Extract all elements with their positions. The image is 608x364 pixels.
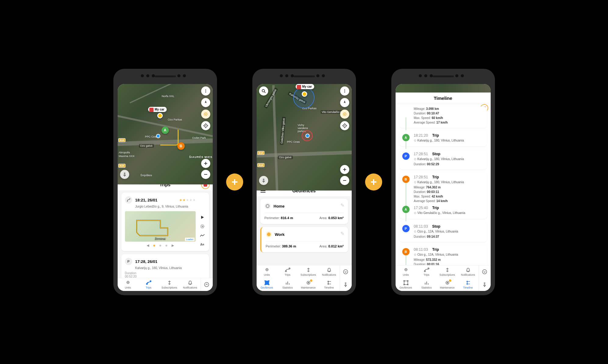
marker-a[interactable]: A	[162, 127, 169, 134]
geofence-card-active[interactable]: Work ✎ Perimeter: 389.36 mArea: 0.012 km…	[260, 227, 348, 252]
highway-badge: A14	[118, 138, 126, 142]
geofence-card[interactable]: Home ✎ Perimeter: 816.4 mArea: 0.053 km²	[260, 199, 348, 224]
collapse-icon[interactable]	[478, 265, 491, 278]
event-time: 08:11:03	[414, 247, 428, 252]
map-view[interactable]: Norfa XXL Ozo Parkas PPC Ozas Outlet Par…	[118, 84, 213, 184]
svg-point-53	[268, 284, 269, 285]
panel-title: Trips	[160, 184, 171, 187]
more-icon[interactable]	[201, 86, 210, 96]
timeline-card[interactable]: P 17:28:51Stop Kalvarijų g., 180, Vilniu…	[399, 149, 487, 170]
geofence-name: Work	[275, 232, 285, 237]
rating-stars[interactable]: ★★★★★	[179, 198, 196, 202]
event-address: Ozo g., 12A, Vilnius, Lithuania	[414, 230, 483, 233]
edit-icon[interactable]: ✎	[340, 202, 344, 208]
nav-maintenance[interactable]: Maintenance	[437, 278, 458, 291]
map-poi: Outlet Park	[192, 136, 206, 139]
collapse-icon[interactable]	[340, 265, 352, 278]
zoom-out-icon[interactable]	[340, 176, 349, 185]
svg-point-58	[308, 282, 309, 283]
trip-card[interactable]: 18:21, 26/01 ★★★★★ Jurgio Lebedžio g., 9…	[121, 193, 209, 251]
locate-icon[interactable]	[340, 121, 349, 130]
locate-icon[interactable]	[201, 121, 210, 130]
nav-timeline[interactable]: Timeline	[458, 278, 478, 291]
highway-badge: A14	[257, 151, 265, 155]
nav-subscriptions[interactable]: Subscriptions	[159, 278, 180, 291]
target-icon[interactable]	[199, 223, 205, 229]
nav-units[interactable]: Units	[257, 265, 277, 278]
nav-subscriptions[interactable]: Subscriptions	[298, 265, 319, 278]
trip-time: 17:28, 26/01	[135, 259, 158, 264]
compass-icon[interactable]	[340, 98, 349, 107]
layers-icon[interactable]	[201, 110, 210, 119]
pin-icon[interactable]	[478, 278, 491, 291]
timeline-badge: P	[402, 225, 410, 232]
phone-geofences: Ozo Parkas Vichy vandens parkas PPC Ozas…	[252, 69, 356, 295]
panel-header: Trips	[118, 184, 213, 190]
marker-b[interactable]: B	[177, 142, 185, 150]
zoom-out-icon[interactable]	[201, 170, 210, 179]
nav-trips[interactable]: Trips	[416, 265, 437, 278]
nav-geofences[interactable]: Geofences	[257, 278, 277, 291]
timeline-badge: B	[402, 248, 410, 255]
svg-point-28	[344, 91, 345, 92]
zoom-in-icon[interactable]	[340, 165, 349, 174]
timeline-card[interactable]: B 17:28:51Trip Kalvarijų g., 180, Vilniu…	[399, 172, 487, 219]
timeline-card[interactable]: A 18:21:20Trip Kalvarijų g., 180, Vilniu…	[399, 130, 487, 146]
timeline-card[interactable]: B 08:11:03Trip Ozo g., 12A, Vilnius, Lit…	[399, 244, 487, 265]
more-icon[interactable]	[340, 86, 349, 96]
svg-point-33	[344, 125, 345, 126]
car-marker[interactable]	[157, 113, 163, 118]
pin-icon[interactable]	[259, 176, 268, 185]
svg-point-75	[407, 284, 408, 285]
svg-point-29	[344, 92, 345, 93]
nav-statistics[interactable]: Statistics	[277, 278, 298, 291]
nav-units[interactable]: Units	[396, 265, 416, 278]
event-type: Trip	[432, 247, 439, 252]
trip-card[interactable]: P 17:28, 26/01 Kalvarijų g., 180, Vilniu…	[121, 254, 209, 278]
nav-notifications[interactable]: Notifications	[180, 278, 201, 291]
search-icon[interactable]	[259, 86, 268, 96]
zoom-in-icon[interactable]	[201, 159, 210, 168]
nav-statistics[interactable]: Statistics	[416, 278, 437, 291]
nav-maintenance[interactable]: Maintenance	[298, 278, 319, 291]
compass-icon[interactable]	[201, 98, 210, 107]
nav-units[interactable]: Units	[118, 278, 138, 291]
svg-point-6	[205, 125, 206, 126]
geofence-home[interactable]	[293, 87, 315, 108]
svg-point-52	[265, 284, 265, 285]
map-view[interactable]: Ozo Parkas Vichy vandens parkas PPC Ozas…	[257, 84, 352, 191]
event-type: Stop	[432, 152, 440, 156]
nav-geofences[interactable]: Geofences	[396, 278, 416, 291]
car-label[interactable]: My car	[296, 84, 315, 89]
car-marker[interactable]	[302, 91, 307, 97]
expand-icon[interactable]	[201, 278, 213, 291]
svg-point-51	[268, 281, 269, 282]
timeline-card[interactable]: Mileage: 3.098 km Duration: 00:10:47 Max…	[399, 107, 487, 128]
nav-trips[interactable]: Trips	[138, 278, 159, 291]
nav-subscriptions[interactable]: Subscriptions	[437, 265, 458, 278]
nav-trips[interactable]: Trips	[277, 265, 298, 278]
play-icon[interactable]	[199, 214, 205, 220]
pin-icon[interactable]	[120, 170, 129, 179]
duration-value: 00:52:20	[125, 275, 205, 278]
car-label[interactable]: My car	[148, 107, 167, 112]
nav-notifications[interactable]: Notifications	[458, 265, 478, 278]
map-region: ŠIAURĖS MIES	[189, 156, 213, 159]
menu-icon[interactable]	[260, 191, 266, 193]
trip-map-thumbnail[interactable]: Žirmūnai Leaflet	[125, 211, 196, 242]
nav-timeline[interactable]: Timeline	[319, 278, 340, 291]
ab-icon[interactable]: AB	[199, 242, 205, 248]
pager[interactable]: ◀▶	[125, 243, 196, 247]
map-poi: Žirmūnai	[155, 237, 165, 240]
pin-icon[interactable]	[340, 278, 352, 291]
layers-icon[interactable]	[340, 110, 349, 119]
parking-icon: P	[125, 258, 132, 265]
svg-rect-49	[265, 281, 269, 285]
car-icon[interactable]	[201, 184, 210, 189]
edit-icon[interactable]: ✎	[340, 231, 344, 236]
timeline-card[interactable]: P 08:11:03Stop Ozo g., 12A, Vilnius, Lit…	[399, 221, 487, 242]
timeline-list[interactable]: Mileage: 3.098 km Duration: 00:10:47 Max…	[396, 104, 491, 265]
chart-icon[interactable]	[199, 233, 205, 239]
map-poi: PPC Ozas	[287, 140, 300, 143]
nav-notifications[interactable]: Notifications	[319, 265, 340, 278]
